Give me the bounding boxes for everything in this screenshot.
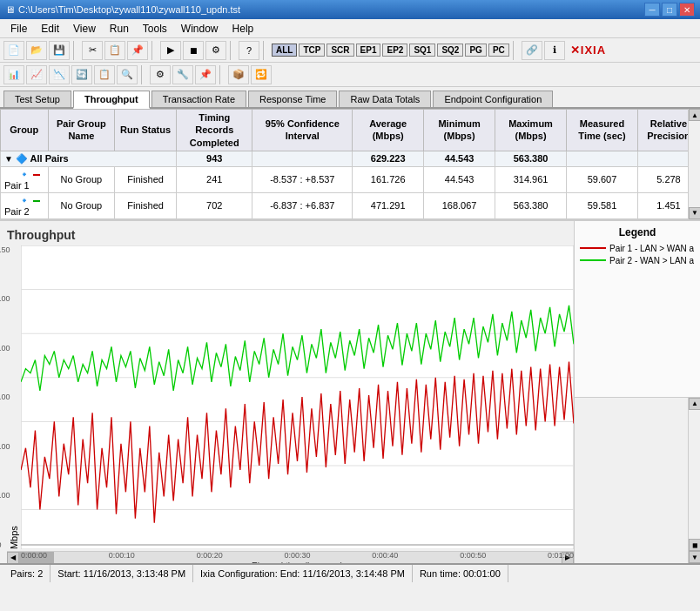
chart-scroll-page[interactable]: ◼ (689, 539, 700, 551)
tag-tcp[interactable]: TCP (299, 44, 325, 57)
table-area: Group Pair Group Name Run Status Timing … (0, 109, 700, 221)
tag-sq1[interactable]: SQ1 (409, 44, 435, 57)
main-content: Group Pair Group Name Run Status Timing … (0, 109, 700, 563)
tb2-btn6[interactable]: 🔍 (117, 65, 138, 84)
pair2-status: Finished (115, 192, 177, 218)
maximize-button[interactable]: □ (662, 3, 677, 17)
sep6 (141, 65, 146, 84)
pair-1-row[interactable]: 🔹 Pair 1 No Group Finished 241 -8.537 : … (1, 166, 700, 192)
tab-endpoint-configuration[interactable]: Endpoint Configuration (433, 91, 553, 107)
col-average: Average (Mbps) (353, 110, 424, 151)
tab-bar: Test Setup Throughput Transaction Rate R… (0, 87, 700, 109)
ixia-logo: ✕IXIA (570, 44, 606, 57)
x-tick-7: 0:01:00 (548, 551, 574, 560)
col-maximum: Maximum (Mbps) (495, 110, 567, 151)
chart-vscrollbar[interactable]: ▲ ◼ ▼ (688, 398, 700, 563)
status-start: Start: 11/16/2013, 3:13:48 PM (50, 565, 193, 582)
paste-btn[interactable]: 📌 (127, 41, 148, 60)
y-tick-6: 100.00 (0, 491, 10, 500)
tb2-btn7[interactable]: ⚙ (150, 65, 171, 84)
x-axis-label: Elapsed time (h:mm:ss) (21, 561, 574, 563)
connect-btn[interactable]: 🔗 (522, 41, 542, 60)
tag-sq2[interactable]: SQ2 (437, 44, 463, 57)
tag-scr[interactable]: SCR (326, 44, 353, 57)
tb2-btn4[interactable]: 🔄 (71, 65, 92, 84)
chart-svg: 598.50 500.00 400.00 300.00 200.00 100.0… (21, 245, 574, 549)
pair1-icon: 🔹 (18, 169, 30, 179)
close-button[interactable]: ✕ (679, 3, 695, 17)
menu-help[interactable]: Help (225, 21, 261, 37)
sep7 (219, 65, 225, 84)
all-pairs-average: 629.223 (353, 151, 424, 166)
chart-scroll-up[interactable]: ▲ (689, 398, 700, 410)
stop-btn[interactable]: ⏹ (183, 41, 204, 60)
tag-ep1[interactable]: EP1 (356, 44, 381, 57)
tb2-btn2[interactable]: 📈 (26, 65, 47, 84)
menu-edit[interactable]: Edit (34, 21, 66, 37)
menu-window[interactable]: Window (174, 21, 225, 37)
tab-throughput[interactable]: Throughput (73, 91, 150, 109)
pair2-group-name: No Group (48, 192, 114, 218)
help-btn[interactable]: ? (239, 41, 259, 60)
tb2-btn8[interactable]: 🔧 (172, 65, 193, 84)
legend-line-pair1 (580, 247, 606, 249)
chart-title: Throughput (7, 228, 574, 242)
tab-response-time[interactable]: Response Time (248, 91, 337, 107)
scroll-left-btn[interactable]: ◀ (7, 552, 19, 564)
y-tick-5: 200.00 (0, 442, 10, 451)
tb2-btn9[interactable]: 📌 (195, 65, 216, 84)
open-btn[interactable]: 📂 (26, 41, 47, 60)
copy-btn[interactable]: 📋 (104, 41, 125, 60)
new-btn[interactable]: 📄 (3, 41, 24, 60)
all-pairs-timing: 943 (177, 151, 252, 166)
expand-icon[interactable]: ▼ (4, 154, 13, 164)
col-minimum: Minimum (Mbps) (424, 110, 495, 151)
pair1-confidence: -8.537 : +8.537 (252, 166, 353, 192)
all-pairs-time (567, 151, 638, 166)
pair-2-row[interactable]: 🔹 Pair 2 No Group Finished 702 -6.837 : … (1, 192, 700, 218)
menu-view[interactable]: View (66, 21, 103, 37)
tag-all[interactable]: ALL (272, 44, 297, 57)
title-bar: 🖥 C:\Users\Tim\Desktop\zywall110\zywall1… (0, 0, 700, 19)
chart-scroll-down[interactable]: ▼ (689, 551, 700, 563)
pair1-average: 161.726 (353, 166, 424, 192)
chart-legend-area: Throughput Mbps (0, 221, 700, 563)
all-pairs-row[interactable]: ▼ 🔷 All Pairs 943 629.223 44.543 563.380 (1, 151, 700, 166)
tag-pg[interactable]: PG (465, 44, 486, 57)
pair1-timing: 241 (177, 166, 252, 192)
scroll-up-btn[interactable]: ▲ (689, 109, 700, 121)
table-vscrollbar[interactable]: ▲ ▼ (688, 109, 700, 219)
tb2-btn1[interactable]: 📊 (3, 65, 24, 84)
menu-tools[interactable]: Tools (136, 21, 174, 37)
tab-raw-data-totals[interactable]: Raw Data Totals (339, 91, 431, 107)
tb2-btn5[interactable]: 📋 (94, 65, 115, 84)
tag-ep2[interactable]: EP2 (382, 44, 407, 57)
tab-transaction-rate[interactable]: Transaction Rate (151, 91, 246, 107)
menu-file[interactable]: File (3, 21, 34, 37)
legend-line-pair2 (580, 259, 606, 261)
minimize-button[interactable]: ─ (644, 3, 660, 17)
scroll-down-btn[interactable]: ▼ (689, 207, 700, 219)
tab-test-setup[interactable]: Test Setup (3, 91, 71, 107)
pair2-timing: 702 (177, 192, 252, 218)
col-confidence: 95% Confidence Interval (252, 110, 353, 151)
status-ixia-label: Ixia Configuration: (200, 568, 278, 579)
app-icon: 🖥 (5, 4, 15, 15)
legend-item-pair1: Pair 1 - LAN > WAN a (580, 244, 695, 253)
x-tick-4: 0:00:30 (284, 551, 310, 560)
config-btn[interactable]: ⚙ (205, 41, 226, 60)
scroll-track (689, 121, 700, 207)
x-tick-1: 0:00:00 (21, 551, 47, 560)
info-btn[interactable]: ℹ (544, 41, 565, 60)
tb2-btn10[interactable]: 📦 (228, 65, 249, 84)
cut-btn[interactable]: ✂ (82, 41, 103, 60)
tag-pc[interactable]: PC (488, 44, 509, 57)
tb2-btn11[interactable]: 🔁 (251, 65, 272, 84)
legend-title: Legend (580, 226, 695, 238)
col-timing-records: Timing Records Completed (177, 110, 252, 151)
all-pairs-icon: 🔷 (16, 153, 28, 164)
save-btn[interactable]: 💾 (49, 41, 70, 60)
tb2-btn3[interactable]: 📉 (49, 65, 70, 84)
menu-run[interactable]: Run (103, 21, 136, 37)
run-btn[interactable]: ▶ (160, 41, 181, 60)
